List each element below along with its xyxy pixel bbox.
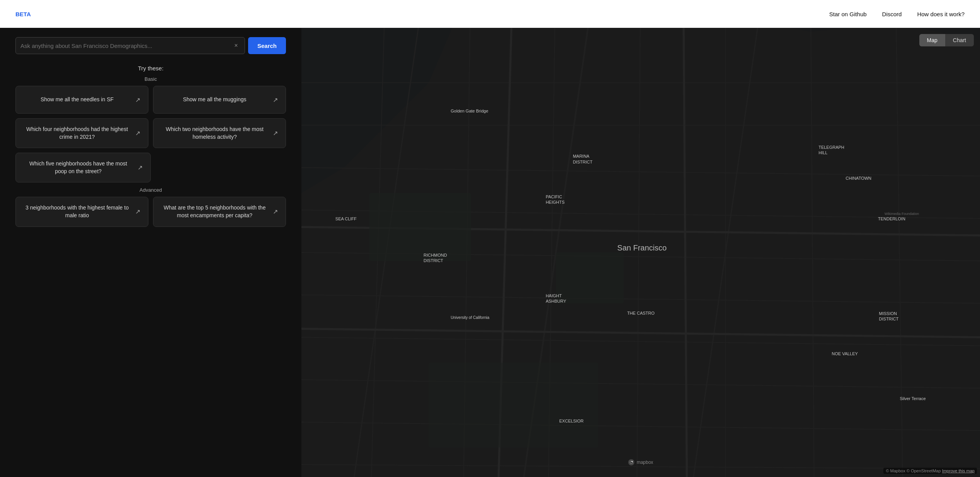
mapbox-text: mapbox [637,460,653,465]
how-does-it-work-link[interactable]: How does it work? [917,11,965,17]
card-highest-crime[interactable]: Which four neighborhoods had the highest… [15,118,148,148]
improve-map-link[interactable]: Improve this map [942,468,975,473]
card-muggings[interactable]: Show me all the muggings ↗ [153,86,286,114]
basic-cards-row3: Which five neighborhoods have the most p… [15,153,151,182]
try-these-label: Try these: [15,65,286,72]
arrow-icon-poop: ↗ [138,164,143,171]
svg-point-31 [631,461,633,462]
map-chart-toggle: Map Chart [919,34,974,46]
basic-cards-row1: Show me all the needles in SF ↗ Show me … [15,86,286,114]
svg-rect-26 [556,252,624,303]
advanced-label: Advanced [15,187,286,193]
advanced-cards-row1: 3 neighborhoods with the highest female … [15,197,286,227]
search-input-wrapper: × [15,37,245,54]
card-poop[interactable]: Which five neighborhoods have the most p… [15,153,151,182]
card-needles-text: Show me all the needles in SF [24,96,131,104]
try-these-section: Try these: Basic Show me all the needles… [15,65,286,232]
arrow-icon-encampments: ↗ [273,208,278,215]
svg-rect-27 [429,363,598,448]
mapbox-logo: mapbox [628,459,653,465]
card-homeless-text: Which two neighborhoods have the most ho… [161,126,268,141]
discord-link[interactable]: Discord [882,11,902,17]
search-bar: × Search [15,37,286,54]
basic-label: Basic [15,76,286,82]
card-muggings-text: Show me all the muggings [161,96,268,104]
arrow-icon-muggings: ↗ [273,96,278,104]
search-input[interactable] [20,43,232,49]
card-female-male[interactable]: 3 neighborhoods with the highest female … [15,197,148,227]
basic-cards-row2: Which four neighborhoods had the highest… [15,118,286,148]
card-homeless[interactable]: Which two neighborhoods have the most ho… [153,118,286,148]
map-attribution: © Mapbox © OpenStreetMap Improve this ma… [883,468,977,474]
main-layout: × Search Try these: Basic Show me all th… [0,28,980,477]
svg-rect-25 [369,193,471,261]
card-needles[interactable]: Show me all the needles in SF ↗ [15,86,148,114]
attribution-text: © Mapbox © OpenStreetMap [886,468,942,473]
arrow-icon-homeless: ↗ [273,129,278,137]
card-female-male-text: 3 neighborhoods with the highest female … [24,204,131,219]
header: BETA Star on Github Discord How does it … [0,0,980,28]
map-toggle-button[interactable]: Map [919,34,945,46]
card-encampments-text: What are the top 5 neighborhoods with th… [161,204,268,219]
star-github-link[interactable]: Star on Github [829,11,867,17]
card-poop-text: Which five neighborhoods have the most p… [24,160,133,175]
card-highest-crime-text: Which four neighborhoods had the highest… [24,126,131,141]
arrow-icon-crime: ↗ [135,129,140,137]
clear-button[interactable]: × [232,42,240,49]
search-button[interactable]: Search [248,37,286,54]
map-area: Golden Gate Bridge MARINADISTRICT TELEGR… [301,28,980,477]
left-panel: × Search Try these: Basic Show me all th… [0,28,301,477]
card-encampments[interactable]: What are the top 5 neighborhoods with th… [153,197,286,227]
arrow-icon-female-male: ↗ [135,208,140,215]
chart-toggle-button[interactable]: Chart [945,34,974,46]
arrow-icon-needles: ↗ [135,96,140,104]
beta-badge: BETA [15,11,31,17]
